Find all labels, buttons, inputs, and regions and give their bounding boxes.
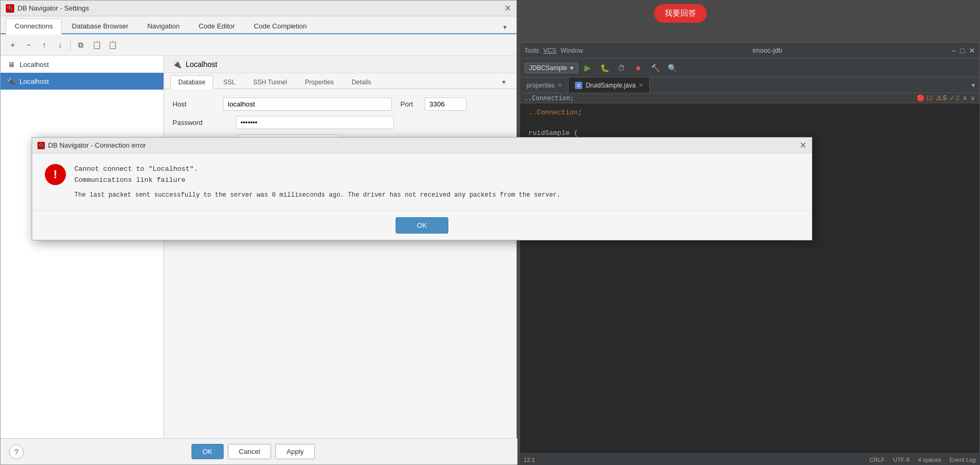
settings-title: DB Navigator - Settings — [17, 4, 89, 12]
error-body: ! Cannot connect to "Localhost". Communi… — [32, 153, 812, 210]
paste-button[interactable]: 📋 — [90, 38, 103, 51]
bottom-button-group: OK Cancel Apply — [191, 444, 315, 459]
intellij-toolbar: JDBCSample ▾ ▶ 🐛 ⏱ ■ 🔨 🔍 — [520, 59, 979, 78]
ij-menu-window[interactable]: Window — [561, 47, 583, 54]
db-navigator-icon: 🔌 — [6, 4, 14, 13]
sidebar-item-localhost-1[interactable]: 🖥 Localhost — [1, 56, 164, 73]
error-detail-message: The last packet sent successfully to the… — [74, 190, 799, 200]
settings-sidebar: 🖥 Localhost 🔌 Localhost — [1, 56, 164, 459]
run-config-label: JDBCSample — [529, 64, 567, 72]
intellij-window: Tools VCS Window imooc-jdb − □ ✕ JDBCSam… — [520, 42, 980, 465]
run-config-dropdown[interactable]: JDBCSample ▾ — [524, 63, 578, 73]
settings-toolbar: + − ↑ ↓ ⧉ 📋 📋 — [1, 34, 516, 56]
run-button[interactable]: ▶ — [580, 61, 595, 75]
nav-down-arrow[interactable]: ∨ — [971, 94, 975, 102]
error-line1: Cannot connect to "Localhost". — [74, 165, 198, 173]
error-close-icon[interactable]: ✕ — [800, 141, 806, 150]
apply-button[interactable]: Apply — [275, 444, 315, 459]
help-button[interactable]: ? — [9, 444, 24, 459]
ij-maximize-icon[interactable]: □ — [960, 46, 965, 55]
intellij-titlebar: Tools VCS Window imooc-jdb − □ ✕ — [520, 43, 979, 59]
error-titlebar: 🔌 DB Navigator - Connection error ✕ — [32, 138, 812, 153]
paste2-button[interactable]: 📋 — [105, 38, 119, 51]
sidebar-label-2: Localhost — [20, 78, 49, 85]
inner-tabs-more[interactable]: ▾ — [498, 76, 510, 88]
nav-up-arrow[interactable]: ∧ — [963, 94, 967, 102]
password-label: Password — [172, 119, 236, 127]
tab-properties-label: properties — [526, 82, 554, 89]
tab-properties[interactable]: properties ✕ — [520, 78, 569, 93]
ij-title: imooc-jdb — [753, 46, 782, 54]
tabs-list-icon[interactable]: ▾ — [972, 81, 975, 89]
ij-minimize-icon[interactable]: − — [952, 46, 956, 55]
tab-druidsample[interactable]: C DruidSample.java ✕ — [569, 78, 650, 93]
ij-menu-tools[interactable]: Tools — [524, 47, 539, 54]
error-indicator: 🔴 12 — [917, 94, 933, 102]
settings-main: 🔌 Localhost Database SSL SSH Tunnel Prop… — [164, 56, 516, 459]
tab-code-editor[interactable]: Code Editor — [190, 18, 244, 33]
code-line-1: ..Connection; — [529, 108, 971, 118]
search-button[interactable]: 🔍 — [665, 61, 679, 75]
build-button[interactable]: 🔨 — [648, 61, 662, 75]
code-line-2 — [529, 118, 971, 129]
ij-menu-vcs[interactable]: VCS — [543, 47, 556, 54]
move-up-button[interactable]: ↑ — [37, 38, 51, 51]
tab-connections[interactable]: Connections — [6, 18, 62, 34]
cancel-button[interactable]: Cancel — [228, 444, 271, 459]
status-indent: 4 spaces — [918, 457, 941, 463]
ij-close-icon[interactable]: ✕ — [969, 46, 975, 55]
profile-button[interactable]: ⏱ — [614, 61, 629, 75]
status-right: CRLF UTF-8 4 spaces Event Log — [870, 457, 976, 463]
tab-druidsample-close[interactable]: ✕ — [639, 82, 643, 88]
tab-druidsample-label: DruidSample.java — [585, 82, 636, 89]
port-input[interactable] — [425, 98, 467, 111]
settings-tabs: Connections Database Browser Navigation … — [1, 16, 516, 34]
settings-bottom: ? OK Cancel Apply — [1, 438, 517, 464]
inner-tab-database[interactable]: Database — [170, 75, 213, 89]
indicators-group: 🔴 12 ⚠ 5 ✓ 2 ∧ ∨ — [917, 94, 975, 102]
inner-tabs: Database SSL SSH Tunnel Properties Detai… — [164, 73, 516, 89]
settings-content: 🖥 Localhost 🔌 Localhost 🔌 Localhost Data… — [1, 56, 516, 459]
host-input[interactable] — [223, 98, 392, 111]
sidebar-item-localhost-2[interactable]: 🔌 Localhost — [1, 73, 164, 90]
tab-properties-close[interactable]: ✕ — [558, 82, 562, 88]
port-label: Port — [400, 100, 416, 108]
inner-tab-properties[interactable]: Properties — [297, 75, 342, 89]
debug-button[interactable]: 🐛 — [597, 61, 612, 75]
event-log-button[interactable]: Event Log — [949, 457, 976, 463]
stop-button[interactable]: ■ — [631, 61, 646, 75]
copy-button[interactable]: ⧉ — [74, 38, 88, 51]
tab-database-browser[interactable]: Database Browser — [63, 18, 137, 33]
tab-code-completion[interactable]: Code Completion — [245, 18, 315, 33]
error-footer: OK — [32, 210, 812, 240]
status-position: 12:1 — [524, 457, 535, 463]
sidebar-label-1: Localhost — [20, 61, 49, 69]
settings-close-icon[interactable]: ✕ — [504, 4, 511, 13]
tabs-more-icon[interactable]: ▾ — [499, 21, 511, 33]
inner-tab-ssl[interactable]: SSL — [215, 75, 243, 89]
status-line-ending: CRLF — [870, 457, 885, 463]
add-connection-button[interactable]: + — [6, 38, 20, 51]
chinese-answer-button[interactable]: 我要回答 — [654, 4, 707, 23]
remove-connection-button[interactable]: − — [22, 38, 35, 51]
ok-button[interactable]: OK — [191, 444, 224, 459]
error-ok-button[interactable]: OK — [396, 217, 449, 234]
ij-win-controls: − □ ✕ — [952, 46, 975, 55]
inner-tab-ssh[interactable]: SSH Tunnel — [245, 75, 295, 89]
error-titlebar-left: 🔌 DB Navigator - Connection error — [37, 141, 146, 149]
error-dialog-icon: 🔌 — [37, 142, 45, 149]
db-icon-symbol: 🔌 — [7, 5, 13, 11]
code-import-line: ..Connection; — [524, 94, 574, 102]
intellij-status-bar: 12:1 CRLF UTF-8 4 spaces Event Log — [520, 453, 980, 465]
tab-navigation[interactable]: Navigation — [138, 18, 188, 33]
move-down-button[interactable]: ↓ — [53, 38, 67, 51]
password-input[interactable] — [236, 116, 394, 129]
error-line2: Communications link failure — [74, 176, 186, 184]
status-charset: UTF-8 — [893, 457, 909, 463]
run-config-arrow: ▾ — [570, 64, 573, 72]
settings-titlebar: 🔌 DB Navigator - Settings ✕ — [1, 1, 516, 16]
ok-indicator: ✓ 2 — [949, 94, 959, 102]
titlebar-left: 🔌 DB Navigator - Settings — [6, 4, 89, 13]
host-port-row: Host Port — [172, 98, 508, 111]
inner-tab-details[interactable]: Details — [344, 75, 379, 89]
